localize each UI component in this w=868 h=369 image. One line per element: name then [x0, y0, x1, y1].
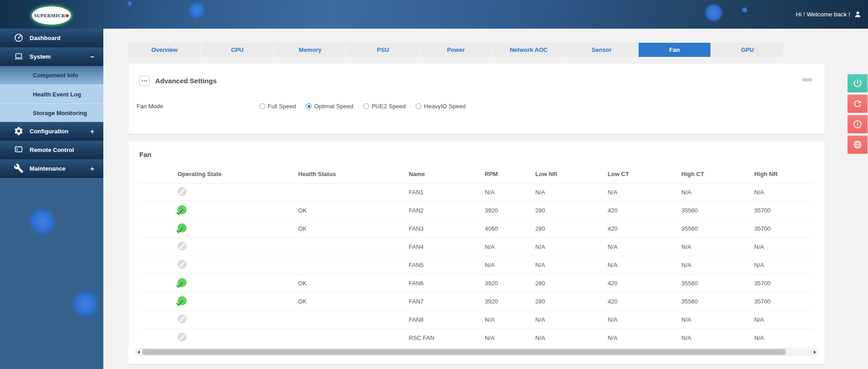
- col-health-status: Health Status: [298, 171, 409, 177]
- tab-label: GPU: [741, 46, 754, 53]
- cell-name: FAN6: [409, 280, 485, 287]
- user-icon: [854, 10, 862, 18]
- ellipsis-icon: [139, 76, 149, 86]
- sidebar-item-label: System: [30, 53, 51, 60]
- decorative-bubble: [188, 1, 206, 20]
- cell-operating-state: [178, 223, 298, 234]
- quick-actions-toolbar: [848, 74, 868, 154]
- scrollbar-track[interactable]: [142, 349, 812, 355]
- fan-table: Operating State Health Status Name RPM L…: [140, 165, 813, 347]
- sidebar-item-health-event-log[interactable]: Health Event Log: [0, 85, 103, 103]
- scroll-left-arrow[interactable]: [135, 349, 142, 355]
- gauge-icon: [14, 33, 24, 43]
- tab-label: PSU: [377, 46, 389, 53]
- sidebar-subitem-label: Component Info: [33, 72, 78, 79]
- info-button[interactable]: [848, 115, 868, 133]
- radio-label: Optimal Speed: [314, 103, 353, 110]
- scrollbar-thumb[interactable]: [142, 349, 786, 355]
- status-disabled-icon: [178, 333, 187, 342]
- component-tabs: Overview CPU Memory PSU Power Network AO…: [128, 43, 783, 57]
- cell-operating-state: [178, 278, 298, 288]
- sidebar-item-dashboard[interactable]: Dashboard: [0, 29, 103, 47]
- cell-rpm: N/A: [485, 189, 535, 196]
- cell-low-nr: 280: [535, 280, 608, 287]
- tab-network-aoc[interactable]: Network AOC: [493, 43, 565, 57]
- tab-label: Fan: [669, 46, 680, 53]
- tab-cpu[interactable]: CPU: [201, 43, 273, 57]
- cell-low-nr: 280: [535, 298, 608, 305]
- cell-name: FAN7: [409, 298, 485, 305]
- sidebar-item-label: Dashboard: [30, 35, 61, 41]
- tab-label: CPU: [231, 46, 243, 53]
- cell-health-status: OK: [298, 298, 409, 305]
- cell-health-status: OK: [298, 225, 409, 232]
- cell-high-nr: N/A: [754, 334, 813, 341]
- monitor-icon: [14, 145, 24, 155]
- cell-high-nr: 35700: [754, 298, 813, 305]
- sidebar-item-storage-monitoring[interactable]: Storage Monitoring: [0, 103, 103, 122]
- cell-high-nr: N/A: [754, 189, 813, 196]
- radio-pue2-speed[interactable]: PUE2 Speed: [363, 103, 406, 110]
- globe-icon: [853, 140, 863, 150]
- radio-optimal-speed[interactable]: Optimal Speed: [306, 103, 353, 110]
- sidebar-item-maintenance[interactable]: Maintenance +: [0, 159, 103, 178]
- cell-name: FAN4: [409, 243, 485, 250]
- tab-sensor[interactable]: Sensor: [566, 43, 638, 57]
- radio-heavyio-speed[interactable]: HeavyIO Speed: [416, 103, 466, 110]
- tab-overview[interactable]: Overview: [128, 43, 200, 57]
- sidebar: Dashboard System − Component Info Health…: [0, 29, 103, 369]
- tab-power[interactable]: Power: [420, 43, 492, 57]
- main-content: Overview CPU Memory PSU Power Network AO…: [103, 29, 868, 369]
- expand-indicator[interactable]: +: [90, 127, 94, 135]
- tab-fan[interactable]: Fan: [639, 43, 711, 57]
- horizontal-scrollbar[interactable]: [135, 348, 818, 356]
- top-bar: SUPERMICR Hi ! Welcome back !: [0, 0, 868, 29]
- collapse-indicator[interactable]: −: [90, 53, 94, 61]
- radio-label: Full Speed: [268, 103, 296, 110]
- expand-indicator[interactable]: +: [90, 165, 94, 172]
- cell-high-nr: N/A: [754, 243, 813, 250]
- cell-low-ct: 420: [608, 280, 681, 287]
- cell-name: RSC FAN: [409, 334, 485, 341]
- sidebar-item-label: Remote Control: [30, 147, 74, 153]
- sidebar-subitem-label: Storage Monitoring: [33, 110, 87, 116]
- status-ok-icon: [178, 296, 187, 305]
- radio-icon: [259, 103, 265, 109]
- cell-name: FAN2: [409, 207, 485, 214]
- radio-icon: [306, 103, 312, 109]
- fan-table-body: FAN1 N/A N/A N/A N/A N/A OK FAN2 3920 28…: [140, 183, 813, 347]
- radio-full-speed[interactable]: Full Speed: [259, 103, 296, 110]
- fan-mode-options: Full Speed Optimal Speed PUE2 Speed Heav…: [259, 103, 466, 110]
- tab-gpu[interactable]: GPU: [711, 43, 783, 57]
- cell-rpm: 3920: [485, 298, 535, 305]
- cell-operating-state: [178, 296, 298, 307]
- tab-psu[interactable]: PSU: [347, 43, 419, 57]
- cell-rpm: N/A: [485, 334, 535, 341]
- language-button[interactable]: [848, 136, 868, 154]
- cell-high-ct: 35560: [681, 298, 754, 305]
- sidebar-item-component-info[interactable]: Component Info: [0, 66, 103, 85]
- col-name: Name: [409, 171, 485, 177]
- collapse-panel-button[interactable]: [802, 78, 812, 81]
- sidebar-item-remote-control[interactable]: Remote Control: [0, 141, 103, 159]
- scroll-right-arrow[interactable]: [812, 349, 818, 355]
- sidebar-item-system[interactable]: System −: [0, 47, 103, 66]
- table-row: FAN1 N/A N/A N/A N/A N/A: [140, 183, 813, 202]
- table-row: OK FAN2 3920 280 420 35560 35700: [140, 202, 813, 220]
- status-disabled-icon: [178, 242, 187, 251]
- cell-low-nr: 280: [535, 225, 608, 232]
- status-disabled-icon: [178, 260, 187, 269]
- tab-memory[interactable]: Memory: [274, 43, 346, 57]
- user-menu[interactable]: Hi ! Welcome back !: [796, 0, 862, 29]
- table-row: OK FAN7 3920 280 420 35560 35700: [140, 293, 813, 311]
- cell-low-ct: N/A: [608, 189, 681, 196]
- cell-high-ct: N/A: [681, 243, 754, 250]
- power-button[interactable]: [848, 74, 868, 92]
- table-row: FAN4 N/A N/A N/A N/A N/A: [140, 238, 813, 256]
- panel-title: Fan: [128, 142, 825, 158]
- status-ok-icon: [178, 205, 187, 214]
- sidebar-item-configuration[interactable]: Configuration +: [0, 122, 103, 141]
- cell-low-ct: 420: [608, 225, 681, 232]
- welcome-text: Hi ! Welcome back !: [796, 11, 850, 18]
- refresh-button[interactable]: [848, 95, 868, 113]
